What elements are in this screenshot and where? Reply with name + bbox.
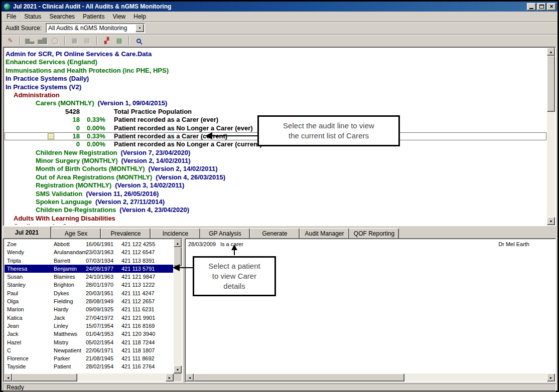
audit-category-row[interactable]: Cardiovascular System (5, 223, 546, 225)
menu-status[interactable]: Status (20, 12, 45, 21)
audit-row[interactable]: Carers (MONTHLY)(Version 1, 09/04/2015) (5, 99, 546, 107)
audit-name: Carers (MONTHLY) (36, 99, 94, 107)
audit-row[interactable]: Out of Area Registrations (MONTHLY)(Vers… (5, 173, 546, 181)
patient-row[interactable]: JeanLinley15/07/1954421 116 8169 (5, 322, 173, 330)
audit-category-row[interactable]: Immunisations and Health Protection (inc… (5, 67, 546, 75)
patient-callout: Select a patient to view Carer details (193, 256, 276, 296)
stat-description: Patient recorded as a Carer (ever) (114, 116, 218, 123)
menu-patients[interactable]: Patients (79, 12, 108, 21)
patient-first: Susan (7, 273, 54, 281)
audit-category-row[interactable]: Admin for SCR, Pt Online Services & Care… (5, 50, 546, 58)
patient-row[interactable]: HazelMistry05/02/1954421 118 7244 (5, 338, 173, 346)
maximize-button[interactable] (537, 3, 546, 11)
patient-nhs: 421 121 9847 (121, 273, 173, 281)
patient-row[interactable]: TheresaBenjamin24/08/1977421 113 5791 (5, 265, 173, 273)
patient-row[interactable]: TaysidePatient28/02/1954421 116 2764 (5, 362, 173, 370)
patient-first: Olga (7, 297, 54, 305)
scroll-down-button[interactable]: ▼ (174, 365, 182, 373)
audit-source-combobox[interactable]: All Audits & nGMS Monitoring ▼ (46, 23, 145, 33)
tab-jul-2021[interactable]: Jul 2021 (3, 226, 51, 238)
menu-help[interactable]: Help (129, 12, 150, 21)
audit-row[interactable]: Registration (MONTHLY)(Version 3, 14/02/… (5, 181, 546, 189)
audit-row[interactable]: Children New Registration(Version 7, 23/… (5, 149, 546, 157)
detail-horizontal-scrollbar[interactable]: ◄ ► (186, 373, 555, 381)
audit-row[interactable]: Month of Birth Cohorts (MONTHLY)(Version… (5, 165, 546, 173)
toolbar-separator (128, 36, 129, 45)
minimize-button[interactable] (527, 3, 536, 11)
app-icon (4, 3, 11, 10)
patient-dob: 28/01/1970 (86, 281, 121, 289)
audit-stat-row[interactable]: 5428Total Practice Population (5, 108, 546, 116)
audit-row[interactable]: Children De-Registrations(Version 4, 23/… (5, 206, 546, 214)
patient-dob: 21/08/1945 (86, 354, 121, 362)
patient-nhs: 421 116 2764 (121, 362, 173, 370)
stat-percentage: 0.00% (87, 140, 111, 148)
patient-nhs: 421 120 3940 (121, 330, 173, 338)
tab-audit-manager[interactable]: Audit Manager (300, 228, 349, 238)
patient-vertical-scrollbar[interactable]: ▲ ▼ (174, 239, 182, 373)
patient-row[interactable]: PaulDykes20/03/1951421 111 4247 (5, 289, 173, 297)
patient-row[interactable]: OlgaFielding28/08/1949421 112 2657 (5, 297, 173, 305)
scrollbar-thumb[interactable] (12, 373, 77, 381)
tree-vertical-scrollbar[interactable]: ▲ ▼ (547, 48, 555, 225)
audit-category-row[interactable]: Enhanced Services (England) (5, 58, 546, 66)
patient-first: Wendy (7, 248, 54, 256)
scrollbar-thumb[interactable] (194, 373, 404, 381)
tab-prevalence[interactable]: Prevalence (101, 228, 151, 238)
audit-category-row[interactable]: In Practice Systems (Daily) (5, 75, 546, 83)
patient-first: Florence (7, 354, 54, 362)
close-button[interactable]: × (547, 3, 556, 11)
search-patients-icon[interactable] (133, 36, 145, 46)
scrollbar-thumb[interactable] (174, 247, 182, 266)
edit-report-icon[interactable]: ✎ (5, 36, 16, 46)
patient-row[interactable]: JackMatthews01/04/1953421 120 3940 (5, 330, 173, 338)
audit-category-row[interactable]: Administration (5, 91, 546, 99)
toolbar: ✎▆▃▅▇◯▦▤▞▤ (2, 35, 557, 47)
menu-file[interactable]: File (3, 12, 20, 21)
menu-bar: FileStatusSearchesPatientsViewHelp (2, 12, 557, 22)
tab-gp-analysis[interactable]: GP Analysis (200, 228, 250, 238)
audit-source-label: Audit Source: (6, 25, 42, 32)
patient-horizontal-scrollbar[interactable]: ◄ ► (4, 373, 174, 381)
patient-row[interactable]: TriptaBarrett07/03/1934421 113 8391 (5, 257, 173, 265)
patient-last: Barrett (54, 257, 86, 265)
stat-count: 18 (5, 132, 80, 140)
scroll-right-button[interactable]: ► (166, 373, 174, 381)
mini-chart-icon[interactable]: ▞ (101, 36, 112, 46)
patient-row[interactable]: StanleyBrighton28/01/1970421 113 1222 (5, 281, 173, 289)
menu-view[interactable]: View (108, 12, 129, 21)
scroll-down-button[interactable]: ▼ (547, 217, 555, 225)
audit-row[interactable]: Spoken Language(Version 2, 27/11/2014) (5, 198, 546, 206)
audit-row[interactable]: Minor Surgery (MONTHLY)(Version 2, 14/02… (5, 157, 546, 165)
patient-dob: 20/03/1951 (86, 289, 121, 297)
tab-age-sex[interactable]: Age Sex (51, 228, 101, 238)
tab-qof-reporting[interactable]: QOF Reporting (349, 228, 399, 238)
patient-row[interactable]: FlorenceParker21/08/1945421 111 8692 (5, 354, 173, 362)
audit-name: Children De-Registrations (36, 206, 116, 214)
patient-row[interactable]: WendyArulanandam23/03/1963421 112 6547 (5, 248, 173, 256)
menu-searches[interactable]: Searches (45, 12, 79, 21)
scroll-left-button[interactable]: ◄ (4, 373, 12, 381)
combobox-dropdown-button[interactable]: ▼ (135, 24, 144, 32)
audit-category-row[interactable]: In Practice Systems (V2) (5, 83, 546, 91)
audit-category-row[interactable]: Adults With Learning Disabilities (5, 215, 546, 223)
bar-chart-icon: ▆▃ (24, 36, 36, 46)
scrollbar-thumb[interactable] (547, 56, 555, 112)
scroll-left-button[interactable]: ◄ (186, 373, 194, 381)
tab-incidence[interactable]: Incidence (151, 228, 200, 238)
audit-name: Children New Registration (36, 149, 117, 156)
patient-row[interactable]: KaticaJack27/04/1972421 121 9901 (5, 314, 173, 322)
scroll-up-button[interactable]: ▲ (547, 48, 555, 56)
patient-row[interactable]: ZoeAbbott16/06/1991421 122 4255 (5, 240, 173, 248)
patient-row[interactable]: SusanBlamires24/10/1963421 121 9847 (5, 273, 173, 281)
patient-callout-line: to view Carer (212, 271, 256, 281)
title-bar[interactable]: Jul 2021 - Clinical Audit - All Audits &… (2, 2, 557, 12)
scroll-up-button[interactable]: ▲ (174, 239, 182, 247)
scroll-right-button[interactable]: ► (547, 373, 555, 381)
report-icon[interactable]: ▤ (113, 36, 125, 46)
patient-row[interactable]: MarionHardy09/09/1925421 111 6231 (5, 305, 173, 313)
audit-version: (Version 2, 14/02/2011) (149, 165, 218, 172)
tab-generate[interactable]: Generate (250, 228, 300, 238)
patient-row[interactable]: CNewpatient22/06/1971421 118 1807 (5, 346, 173, 354)
audit-row[interactable]: SMS Validation(Version 11, 26/05/2016) (5, 190, 546, 198)
